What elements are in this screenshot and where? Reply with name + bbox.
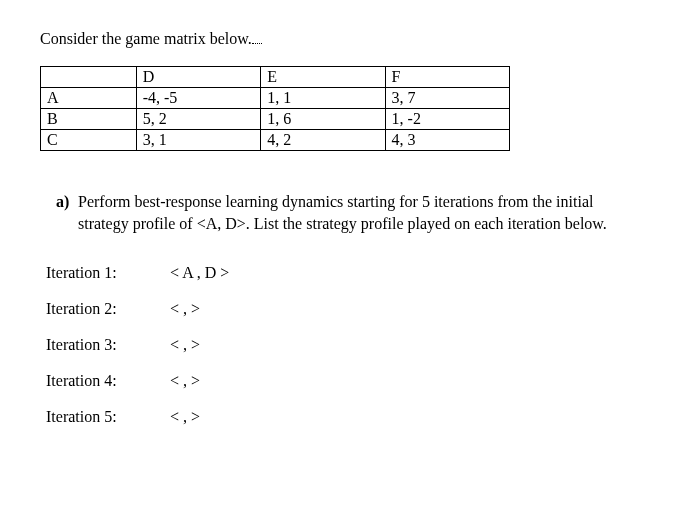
game-matrix-table: D E F A -4, -5 1, 1 3, 7 B 5, 2 1, 6 1, … <box>40 66 510 151</box>
matrix-header-row: D E F <box>41 67 510 88</box>
matrix-cell-c-f: 4, 3 <box>385 130 509 151</box>
iteration-3-label: Iteration 3: <box>46 336 166 354</box>
iteration-5-label: Iteration 5: <box>46 408 166 426</box>
iteration-1: Iteration 1: < A , D > <box>40 264 635 282</box>
iteration-1-label: Iteration 1: <box>46 264 166 282</box>
question-a: a)Perform best-response learning dynamic… <box>40 191 635 236</box>
matrix-rowlabel-a: A <box>41 88 137 109</box>
intro-content: Consider the game matrix below. <box>40 30 252 47</box>
matrix-row-c: C 3, 1 4, 2 4, 3 <box>41 130 510 151</box>
intro-text: Consider the game matrix below. <box>40 30 635 48</box>
matrix-cell-b-f: 1, -2 <box>385 109 509 130</box>
matrix-rowlabel-b: B <box>41 109 137 130</box>
iteration-3-value: < , > <box>170 336 200 354</box>
matrix-cell-c-d: 3, 1 <box>136 130 260 151</box>
matrix-header-e: E <box>261 67 385 88</box>
matrix-cell-a-d: -4, -5 <box>136 88 260 109</box>
iteration-5: Iteration 5: < , > <box>40 408 635 426</box>
iteration-2-label: Iteration 2: <box>46 300 166 318</box>
iteration-2-value: < , > <box>170 300 200 318</box>
question-label: a) <box>56 191 78 213</box>
cursor-marker <box>252 43 262 44</box>
matrix-cell-b-e: 1, 6 <box>261 109 385 130</box>
iteration-3: Iteration 3: < , > <box>40 336 635 354</box>
iteration-4-value: < , > <box>170 372 200 390</box>
iteration-1-value: < A , D > <box>170 264 229 282</box>
matrix-cell-a-e: 1, 1 <box>261 88 385 109</box>
iteration-4: Iteration 4: < , > <box>40 372 635 390</box>
iteration-4-label: Iteration 4: <box>46 372 166 390</box>
matrix-header-f: F <box>385 67 509 88</box>
matrix-cell-c-e: 4, 2 <box>261 130 385 151</box>
matrix-row-a: A -4, -5 1, 1 3, 7 <box>41 88 510 109</box>
matrix-cell-a-f: 3, 7 <box>385 88 509 109</box>
matrix-rowlabel-c: C <box>41 130 137 151</box>
matrix-header-blank <box>41 67 137 88</box>
iteration-2: Iteration 2: < , > <box>40 300 635 318</box>
question-text: Perform best-response learning dynamics … <box>78 193 607 232</box>
matrix-header-d: D <box>136 67 260 88</box>
matrix-cell-b-d: 5, 2 <box>136 109 260 130</box>
iteration-5-value: < , > <box>170 408 200 426</box>
matrix-row-b: B 5, 2 1, 6 1, -2 <box>41 109 510 130</box>
